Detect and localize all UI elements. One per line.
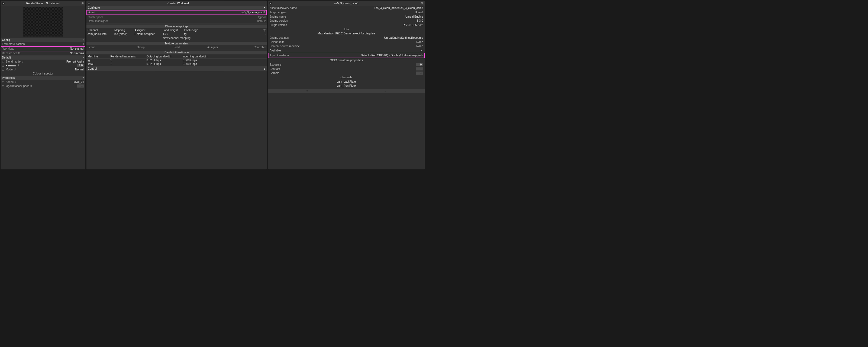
logo-rotation-row[interactable]: ◷ logoRotationSpeed ↺ 1 xyxy=(1,84,85,88)
engine-version-row[interactable]: Engine version5.3.0 xyxy=(268,19,425,23)
scene-row[interactable]: ◷ Scene ↺ level_01 xyxy=(1,80,85,84)
clock-icon: ◷ xyxy=(2,85,4,88)
bandwidth-total-row: Total 1 0.025 Gbps 0.000 Gbps xyxy=(87,62,267,66)
edit-icon[interactable] xyxy=(81,2,84,5)
close-icon[interactable]: ✕ xyxy=(88,2,91,5)
chevron-down-icon: ▼ xyxy=(82,77,84,79)
channel-row[interactable]: cam_backPlate led (direct) Default assig… xyxy=(87,32,267,36)
available-row[interactable]: Available ✕ xyxy=(268,49,425,53)
divider xyxy=(87,50,267,50)
engine-name-row[interactable]: Engine nameUnreal Engine xyxy=(268,14,425,19)
clock-icon: ◷ xyxy=(2,68,4,71)
plugin-version-row[interactable]: Plugin versionRS2.0-UE5.3-v2 xyxy=(268,23,425,27)
mode-row[interactable]: ◷ Mode ↺ Normal xyxy=(1,67,85,71)
panel-header: ✕ ue5_3_clean_ocio3 xyxy=(268,1,425,6)
cluster-workload-panel: ✕ Cluster Workload Configure ▼ Asset ue5… xyxy=(87,1,267,169)
trash-icon[interactable]: 🗑 xyxy=(263,29,266,32)
add-button[interactable]: + xyxy=(268,89,346,93)
remove-row-icon[interactable]: - xyxy=(263,32,266,36)
texture-params-header: Texture parameters xyxy=(87,42,267,45)
exposure-row[interactable]: Exposure0 xyxy=(268,63,425,67)
preview-thumbnail xyxy=(23,7,63,37)
reset-icon[interactable]: ↺ xyxy=(14,81,17,84)
blend-mode-row[interactable]: ◷ Blend mode ↺ Premult-Alpha xyxy=(1,60,85,64)
reset-icon[interactable]: ↺ xyxy=(17,64,19,67)
opacity-slider[interactable] xyxy=(8,65,16,67)
remove-button[interactable]: – xyxy=(346,89,425,93)
add-remove-bar: + – xyxy=(268,89,425,93)
input-transform-highlight: Input transform Default (Rec.2100-PQ - D… xyxy=(268,53,425,58)
content-source-row[interactable]: Content source machineNone xyxy=(268,44,425,49)
channel-item[interactable]: cam_backPlate xyxy=(268,80,425,84)
workload-highlight: Workload Not started xyxy=(1,46,85,52)
colour-inspector-link[interactable]: Colour Inspector xyxy=(1,71,85,76)
channels-header: Channels xyxy=(268,75,425,80)
reset-icon[interactable]: ↺ xyxy=(30,85,33,88)
bandwidth-row: tg 1 0.025 Gbps 0.000 Gbps xyxy=(87,59,267,62)
properties-section-header[interactable]: Properties ▼ xyxy=(1,76,85,80)
asset-row[interactable]: Asset ue5_3_clean_ocio3 xyxy=(87,10,267,14)
info-header: Info xyxy=(268,27,425,31)
close-icon[interactable]: ✕ xyxy=(269,2,272,5)
chevron-down-icon: ▼ xyxy=(264,7,266,9)
framerate-row[interactable]: Framerate fraction 1 xyxy=(1,42,85,46)
chevron-down-icon: ▼ xyxy=(82,39,84,41)
default-section-header[interactable]: Default ▼ xyxy=(1,55,85,60)
asset-discovery-row[interactable]: Asset discovery nameue5_3_clean_ocio3/ue… xyxy=(268,6,425,10)
asset-highlight: Asset ue5_3_clean_ocio3 xyxy=(87,10,267,15)
channel-item[interactable]: cam_frontPlate xyxy=(268,84,425,88)
panel-title: RenderStream: Not started xyxy=(5,2,81,5)
control-row[interactable]: Control ▶ xyxy=(87,66,267,71)
workload-row[interactable]: Workload Not started xyxy=(1,46,85,51)
gamma-row[interactable]: Gamma1 xyxy=(268,71,425,75)
clock-icon: ◷ xyxy=(2,64,4,67)
configure-header[interactable]: Configure ▼ xyxy=(87,6,267,10)
colour-shift-row[interactable]: Colour shiftNone xyxy=(268,40,425,44)
bulb-icon: ● xyxy=(6,64,7,67)
chevron-down-icon: ▼ xyxy=(82,56,84,59)
play-icon[interactable]: ▶ xyxy=(264,67,266,70)
checkbox-x-icon[interactable]: ✕ xyxy=(420,49,423,52)
clock-icon: ◷ xyxy=(2,60,4,63)
info-text: Max Harrison UE5.2 Demo project for disg… xyxy=(268,31,425,36)
panel-title: Cluster Workload xyxy=(91,2,266,5)
panel-header: ✕ Cluster Workload xyxy=(87,1,267,6)
ocio-header: OCIO transform properties xyxy=(268,58,425,63)
opacity-row[interactable]: ◷ ● ↺ 1.0 xyxy=(1,64,85,68)
default-assigner-row[interactable]: Default assigner default xyxy=(87,19,267,23)
clock-icon: ◷ xyxy=(2,81,4,84)
divider xyxy=(87,24,267,24)
config-section-header[interactable]: Config ▼ xyxy=(1,38,85,42)
reset-icon[interactable]: ↺ xyxy=(13,68,16,71)
panel-header: ✕ RenderStream: Not started xyxy=(1,1,85,6)
contrast-row[interactable]: Contrast1 xyxy=(268,67,425,71)
bandwidth-header: Bandwidth estimate xyxy=(87,51,267,55)
panel-title: ue5_3_clean_ocio3 xyxy=(272,2,421,5)
close-icon[interactable]: ✕ xyxy=(2,2,5,5)
target-engine-row[interactable]: Target engineUnreal xyxy=(268,10,425,14)
new-channel-mapping[interactable]: New channel mapping xyxy=(87,36,267,40)
receive-health-row[interactable]: Receive health No streams xyxy=(1,52,85,56)
channel-mappings-header: Channel mappings xyxy=(87,25,267,28)
asset-details-panel: ✕ ue5_3_clean_ocio3 Asset discovery name… xyxy=(268,1,425,169)
bandwidth-table-header: Machine Rendered fragments Outgoing band… xyxy=(87,55,267,58)
texture-table-header: Scene Group Field Assigner Controller xyxy=(87,45,267,49)
cluster-pool-row[interactable]: Cluster pool tgpool xyxy=(87,15,267,19)
engine-settings-row[interactable]: Engine settingsUnrealEngineSettingsResou… xyxy=(268,36,425,40)
channel-table-header: Channel Mapping Assigner Load weight Poo… xyxy=(87,28,267,32)
input-transform-row[interactable]: Input transform Default (Rec.2100-PQ - D… xyxy=(269,53,424,58)
reset-icon[interactable]: ↺ xyxy=(22,60,24,63)
renderstream-panel: ✕ RenderStream: Not started Config ▼ Fra… xyxy=(1,1,85,169)
edit-icon[interactable] xyxy=(420,2,424,5)
